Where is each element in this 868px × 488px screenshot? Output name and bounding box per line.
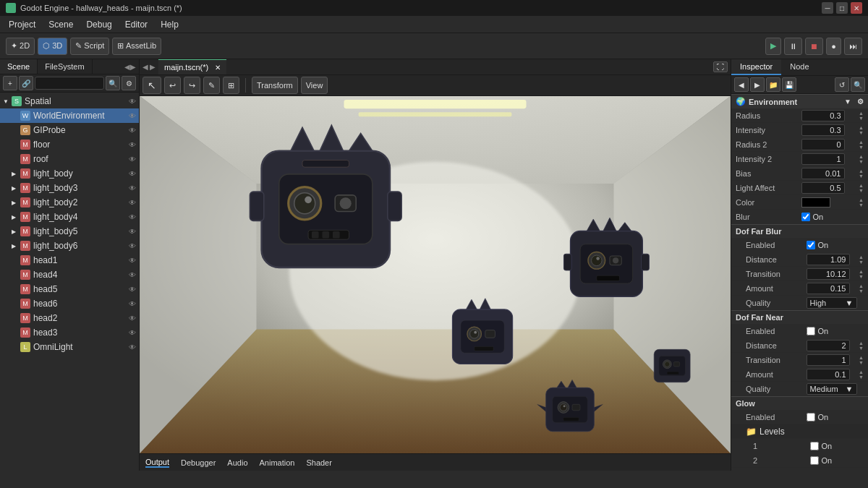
toolbar-play-btn[interactable]: ▶ <box>765 38 781 55</box>
add-node-btn[interactable]: + <box>3 76 17 90</box>
eye-icon-h6[interactable]: 👁 <box>129 300 136 308</box>
dof-far-dist-arrows[interactable]: ▲▼ <box>859 254 864 265</box>
eye-icon-worldenv[interactable]: 👁 <box>129 112 136 120</box>
prop-intensity-arrows[interactable]: ▲▼ <box>859 125 864 135</box>
dof-near-amount-input[interactable]: 0.1 <box>807 369 850 380</box>
prop-color-arrows[interactable]: ▲▼ <box>859 197 864 207</box>
dof-far-quality-dropdown[interactable]: High ▼ <box>807 297 857 309</box>
up-arrow[interactable]: ▲ <box>859 111 864 116</box>
dof-far-amount-arrows[interactable]: ▲▼ <box>859 283 864 294</box>
toolbar-3d-btn[interactable]: ⬡ 3D <box>38 38 67 55</box>
down-arrow[interactable]: ▼ <box>859 116 864 121</box>
env-section-header[interactable]: 🌍 Environment ▼ ⚙ <box>731 94 868 108</box>
eye-icon-lb[interactable]: 👁 <box>129 170 136 178</box>
insp-search-btn[interactable]: 🔍 <box>851 77 865 92</box>
tree-item-head3[interactable]: M head3 👁 <box>0 325 139 340</box>
menu-scene[interactable]: Scene <box>43 18 79 31</box>
eye-icon-lb4[interactable]: 👁 <box>129 213 136 221</box>
toolbar-pause-btn[interactable]: ⏸ <box>784 38 802 55</box>
menu-editor[interactable]: Editor <box>119 18 153 31</box>
dof-near-trans-input[interactable]: 1 <box>807 354 850 366</box>
tree-arrow-lb6[interactable]: ▶ <box>12 243 20 249</box>
prop-la-arrows[interactable]: ▲▼ <box>859 183 864 193</box>
eye-icon-lb6[interactable]: 👁 <box>129 242 136 250</box>
tree-item-omni[interactable]: L OmniLight 👁 <box>0 340 139 354</box>
dof-near-checkbox[interactable]: On <box>807 327 829 335</box>
blur-check-input[interactable] <box>801 213 810 221</box>
titlebar-controls[interactable]: ─ □ ✕ <box>822 2 862 14</box>
dof-far-enabled-checkbox[interactable]: On <box>807 241 829 249</box>
dof-near-section-header[interactable]: Dof Far Near <box>731 310 868 324</box>
tab-filesystem[interactable]: FileSystem <box>38 59 92 74</box>
dof-near-quality-dropdown[interactable]: Medium ▼ <box>807 383 857 395</box>
menu-project[interactable]: Project <box>3 18 41 31</box>
tree-item-light-body2[interactable]: ▶ M light_body2 👁 <box>0 195 139 210</box>
tree-item-gi[interactable]: G GIProbe 👁 <box>0 123 139 137</box>
dof-far-section-header[interactable]: Dof Far Blur <box>731 224 868 238</box>
prop-intensity-input[interactable]: 0.3 <box>801 124 845 136</box>
eye-icon-roof[interactable]: 👁 <box>129 155 136 163</box>
eye-icon-floor[interactable]: 👁 <box>129 141 136 149</box>
prop-bias-arrows[interactable]: ▲▼ <box>859 168 864 179</box>
tree-item-head5[interactable]: M head5 👁 <box>0 282 139 296</box>
eye-icon-gi[interactable]: 👁 <box>129 127 136 134</box>
insp-folder-btn[interactable]: 📁 <box>766 77 780 92</box>
prop-radius-input[interactable]: 0.3 <box>801 110 845 121</box>
eye-icon-spatial[interactable]: 👁 <box>129 98 136 106</box>
insp-save-btn[interactable]: 💾 <box>782 77 796 92</box>
gl3-check[interactable] <box>810 471 819 471</box>
inspector-tab-inspector[interactable]: Inspector <box>731 59 781 75</box>
vp-tool-pencil[interactable]: ✎ <box>203 77 220 94</box>
insp-nav-left[interactable]: ◀ <box>734 77 749 92</box>
close-tab-btn[interactable]: ✕ <box>215 64 221 72</box>
tree-arrow-lb4[interactable]: ▶ <box>12 214 20 221</box>
tree-arrow-lb3[interactable]: ▶ <box>12 185 20 192</box>
prop-radius-arrows[interactable]: ▲▼ <box>859 111 864 121</box>
eye-icon-lb2[interactable]: 👁 <box>129 199 136 207</box>
scene-search-input[interactable] <box>35 77 104 90</box>
toolbar-step-btn[interactable]: ⏭ <box>844 38 862 55</box>
menu-debug[interactable]: Debug <box>80 18 117 31</box>
bottom-tab-output[interactable]: Output <box>145 458 169 468</box>
tree-arrow-lb5[interactable]: ▶ <box>12 228 20 235</box>
menu-help[interactable]: Help <box>155 18 184 31</box>
minimize-btn[interactable]: ─ <box>822 2 833 14</box>
vp-transform-btn[interactable]: Transform <box>252 77 298 94</box>
link-node-btn[interactable]: 🔗 <box>19 76 33 90</box>
bottom-tab-debugger[interactable]: Debugger <box>181 458 216 467</box>
dof-near-check[interactable] <box>807 327 815 335</box>
eye-icon-h5[interactable]: 👁 <box>129 286 136 294</box>
toolbar-record-btn[interactable]: ● <box>826 38 841 55</box>
viewport-tab-main[interactable]: maijn.tscn(*) ✕ <box>158 59 226 74</box>
glow-section-header[interactable]: Glow <box>731 396 868 410</box>
vp-nav-left[interactable]: ◀ <box>142 63 148 71</box>
vp-tool-grid[interactable]: ⊞ <box>223 77 239 94</box>
blur-checkbox[interactable]: On <box>801 213 824 221</box>
dof-near-dist-arrows[interactable]: ▲▼ <box>859 341 864 351</box>
tree-item-light-body[interactable]: ▶ M light_body 👁 <box>0 166 139 181</box>
tab-scene[interactable]: Scene <box>0 59 38 74</box>
bottom-tab-animation[interactable]: Animation <box>260 458 295 467</box>
bottom-tab-audio[interactable]: Audio <box>227 458 247 467</box>
tree-item-floor[interactable]: M floor 👁 <box>0 137 139 152</box>
prop-radius2-arrows[interactable]: ▲▼ <box>859 140 864 150</box>
dof-far-trans-input[interactable]: 10.12 <box>807 268 850 280</box>
env-section-cog[interactable]: ⚙ <box>857 98 864 106</box>
toolbar-stop-btn[interactable]: ⏹ <box>805 38 823 55</box>
eye-icon-h4[interactable]: 👁 <box>129 271 136 279</box>
dof-far-dist-input[interactable]: 1.09 <box>807 254 850 265</box>
dof-near-trans-arrows[interactable]: ▲▼ <box>859 355 864 365</box>
viewport-canvas[interactable] <box>140 96 731 453</box>
tree-item-roof[interactable]: M roof 👁 <box>0 152 139 166</box>
dof-far-amount-input[interactable]: 0.15 <box>807 283 850 294</box>
prop-intensity2-input[interactable]: 1 <box>801 153 845 165</box>
gl2-check[interactable] <box>810 456 819 465</box>
gl1-check[interactable] <box>810 442 819 450</box>
expand-viewport-btn[interactable]: ⛶ <box>713 61 728 72</box>
toolbar-script-btn[interactable]: ✎ Script <box>70 38 109 55</box>
dof-far-check[interactable] <box>807 241 815 249</box>
prop-radius2-input[interactable]: 0 <box>801 139 845 150</box>
eye-icon-h3[interactable]: 👁 <box>129 329 136 337</box>
tree-item-light-body3[interactable]: ▶ M light_body3 👁 <box>0 181 139 195</box>
tree-item-spatial[interactable]: ▼ S Spatial 👁 <box>0 94 139 108</box>
